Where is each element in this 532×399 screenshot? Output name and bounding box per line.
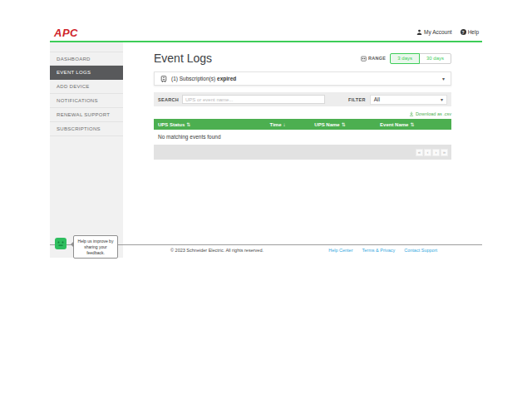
range-30-days-button[interactable]: 30 days bbox=[419, 53, 451, 64]
my-account-button[interactable]: My Account bbox=[416, 29, 452, 35]
footer: © 2023 Schneider Electric. All rights re… bbox=[154, 248, 451, 253]
terms-privacy-link[interactable]: Terms & Privacy bbox=[362, 248, 396, 253]
range-3-days-button[interactable]: 3 days bbox=[390, 53, 420, 64]
sidebar-item-event-logs[interactable]: EVENT LOGS bbox=[50, 66, 123, 80]
range-control: RANGE 3 days 30 days bbox=[361, 53, 451, 64]
first-page-button[interactable]: « bbox=[416, 149, 423, 156]
sidebar: DASHBOARD EVENT LOGS ADD DEVICE NOTIFICA… bbox=[50, 42, 123, 258]
person-icon bbox=[416, 29, 422, 35]
column-header-ups-status[interactable]: UPS Status ⇅ bbox=[154, 121, 270, 127]
sort-icon: ↓ bbox=[283, 122, 286, 127]
column-header-ups-name[interactable]: UPS Name ⇅ bbox=[314, 121, 380, 127]
help-icon: ? bbox=[461, 29, 466, 35]
main-content: Event Logs RANGE 3 days 30 days (1) S bbox=[123, 42, 482, 160]
sort-icon: ⇅ bbox=[186, 121, 190, 127]
next-page-button[interactable]: › bbox=[432, 149, 440, 156]
page-title: Event Logs bbox=[154, 52, 212, 65]
previous-page-button[interactable]: ‹ bbox=[424, 149, 431, 156]
download-csv-link[interactable]: Download as .csv bbox=[409, 111, 451, 117]
my-account-label: My Account bbox=[424, 29, 452, 35]
sort-icon: ⇅ bbox=[410, 121, 414, 127]
apc-logo: APC bbox=[54, 27, 78, 39]
help-center-link[interactable]: Help Center bbox=[328, 248, 352, 253]
chevron-down-icon[interactable]: ▾ bbox=[442, 76, 445, 81]
calendar-range-icon bbox=[361, 56, 367, 62]
search-filter-bar: SEARCH FILTER All ▾ bbox=[154, 92, 451, 106]
search-input[interactable] bbox=[182, 95, 325, 104]
subscription-expired-banner[interactable]: (1) Subscription(s) expired ▾ bbox=[154, 71, 451, 86]
top-right-nav: My Account ? Help bbox=[416, 29, 479, 35]
filter-select[interactable]: All ▾ bbox=[370, 95, 447, 105]
sidebar-item-subscriptions[interactable]: SUBSCRIPTIONS bbox=[50, 122, 123, 136]
download-icon bbox=[409, 111, 414, 116]
sidebar-item-add-device[interactable]: ADD DEVICE bbox=[50, 80, 123, 94]
filter-label: FILTER bbox=[348, 97, 366, 102]
last-page-button[interactable]: » bbox=[441, 149, 448, 156]
copyright-text: © 2023 Schneider Electric. All rights re… bbox=[170, 248, 264, 253]
ups-device-icon bbox=[160, 76, 167, 82]
empty-state-message: No matching events found bbox=[154, 130, 451, 141]
sidebar-item-renewal-support[interactable]: RENEWAL SUPPORT bbox=[50, 108, 123, 122]
download-row: Download as .csv bbox=[154, 111, 451, 117]
chevron-down-icon: ▾ bbox=[441, 97, 443, 102]
filter-selected-value: All bbox=[374, 96, 380, 102]
range-button-group: 3 days 30 days bbox=[390, 53, 451, 64]
column-header-event-name[interactable]: Event Name ⇅ bbox=[380, 121, 451, 127]
help-button[interactable]: ? Help bbox=[461, 29, 479, 35]
sort-icon: ⇅ bbox=[342, 121, 346, 127]
app-window: APC My Account ? Help DASHBOARD EVENT LO… bbox=[50, 23, 482, 273]
feedback-face-icon bbox=[57, 239, 65, 248]
sidebar-item-dashboard[interactable]: DASHBOARD bbox=[50, 52, 123, 66]
title-row: Event Logs RANGE 3 days 30 days bbox=[154, 51, 451, 66]
top-bar: APC My Account ? Help bbox=[50, 23, 482, 41]
pagination-bar: « ‹ › » bbox=[154, 145, 451, 160]
help-label: Help bbox=[468, 29, 479, 35]
feedback-button[interactable] bbox=[55, 238, 66, 249]
feedback-tooltip: Help us improve by sharing your feedback… bbox=[73, 235, 118, 259]
column-header-time[interactable]: Time ↓ bbox=[270, 122, 315, 127]
table-header: UPS Status ⇅ Time ↓ UPS Name ⇅ Event Nam… bbox=[154, 119, 451, 130]
banner-text: (1) Subscription(s) bbox=[171, 76, 215, 81]
contact-support-link[interactable]: Contact Support bbox=[404, 248, 437, 253]
search-label: SEARCH bbox=[158, 97, 179, 102]
banner-emphasis: expired bbox=[217, 76, 236, 81]
footer-links: Help Center Terms & Privacy Contact Supp… bbox=[328, 248, 437, 253]
range-label: RANGE bbox=[361, 56, 386, 62]
sidebar-item-notifications[interactable]: NOTIFICATIONS bbox=[50, 94, 123, 108]
